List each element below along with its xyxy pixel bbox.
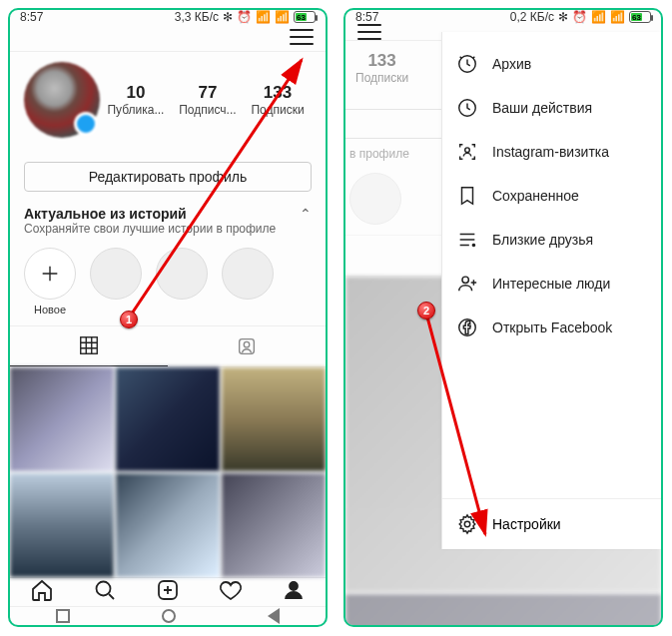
back-button[interactable] xyxy=(268,608,280,624)
menu-nametag[interactable]: Instagram-визитка xyxy=(442,130,661,174)
settings-label: Настройки xyxy=(492,516,561,532)
menu-close-friends[interactable]: Близкие друзья xyxy=(442,218,661,262)
bluetooth-icon: ✻ xyxy=(558,10,568,24)
stat-num: 133 xyxy=(251,83,304,103)
phone-right: 8:57 0,2 КБ/с ✻ ⏰ 📶 📶 63 133 Подписки фи… xyxy=(343,8,663,627)
post-thumb[interactable] xyxy=(10,473,114,577)
svg-rect-0 xyxy=(81,337,98,354)
highlights-row: Новое xyxy=(10,242,326,321)
bottom-nav xyxy=(10,577,326,606)
highlight-placeholder xyxy=(156,248,208,300)
post-thumb[interactable] xyxy=(222,473,326,577)
net-speed: 3,3 КБ/с xyxy=(175,10,219,24)
menu-label: Сохраненное xyxy=(492,188,579,204)
stat-num: 10 xyxy=(107,83,164,103)
post-thumb[interactable] xyxy=(116,367,220,471)
add-story-label: Новое xyxy=(34,304,66,316)
stat-label: Публика... xyxy=(107,103,164,117)
search-icon[interactable] xyxy=(93,578,117,606)
status-bar: 8:57 0,2 КБ/с ✻ ⏰ 📶 📶 63 xyxy=(345,10,661,24)
svg-point-3 xyxy=(96,581,110,595)
menu-label: Интересные люди xyxy=(492,276,610,292)
menu-discover-people[interactable]: Интересные люди xyxy=(442,262,661,306)
menu-archive[interactable]: Архив xyxy=(442,42,661,86)
status-right: 0,2 КБ/с ✻ ⏰ 📶 📶 63 xyxy=(510,10,651,24)
profile-header: 10 Публика... 77 Подписч... 133 Подписки xyxy=(10,52,326,144)
status-right: 3,3 КБ/с ✻ ⏰ 📶 📶 63 xyxy=(175,10,316,24)
net-speed: 0,2 КБ/с xyxy=(510,10,554,24)
wifi-icon: 📶 xyxy=(275,10,290,24)
svg-point-16 xyxy=(462,277,468,283)
posts-grid xyxy=(10,367,326,577)
stat-following-partial: 133 Подписки xyxy=(355,51,408,85)
highlight-placeholder xyxy=(222,248,274,300)
stat-posts[interactable]: 10 Публика... xyxy=(107,83,164,117)
discover-people-icon xyxy=(456,273,478,295)
clock: 8:57 xyxy=(20,10,43,24)
menu-settings[interactable]: Настройки xyxy=(442,498,661,549)
facebook-icon xyxy=(456,317,478,338)
battery-icon: 63 xyxy=(629,11,651,23)
plus-icon xyxy=(24,248,76,300)
svg-point-15 xyxy=(472,244,474,246)
hamburger-icon[interactable] xyxy=(290,29,314,45)
signal-icon: 📶 xyxy=(591,10,606,24)
signal-icon: 📶 xyxy=(256,10,271,24)
profile-icon[interactable] xyxy=(282,578,306,606)
stat-following[interactable]: 133 Подписки xyxy=(251,83,304,117)
post-thumb[interactable] xyxy=(222,367,326,471)
battery-icon: 63 xyxy=(294,11,316,23)
stat-label: Подписки xyxy=(251,103,304,117)
home-icon[interactable] xyxy=(30,578,54,606)
archive-icon xyxy=(456,53,478,75)
grid-tab[interactable] xyxy=(10,326,168,366)
tagged-tab[interactable] xyxy=(168,326,326,366)
bluetooth-icon: ✻ xyxy=(223,10,233,24)
post-thumb[interactable] xyxy=(116,473,220,577)
post-thumb[interactable] xyxy=(10,367,114,471)
svg-point-5 xyxy=(290,582,298,590)
menu-facebook[interactable]: Открыть Facebook xyxy=(442,306,661,349)
bookmark-icon xyxy=(456,185,478,207)
menu-label: Архив xyxy=(492,56,531,72)
menu-label: Открыть Facebook xyxy=(492,319,612,335)
nametag-icon xyxy=(456,141,478,163)
profile-view-tabs xyxy=(10,325,326,367)
phone-left: 8:57 3,3 КБ/с ✻ ⏰ 📶 📶 63 10 Публика... 7… xyxy=(8,8,328,627)
activity-icon xyxy=(456,97,478,119)
wifi-icon: 📶 xyxy=(610,10,625,24)
stats-row: 10 Публика... 77 Подписч... 133 Подписки xyxy=(100,83,312,117)
side-menu: Архив Ваши действия Instagram-визитка Со… xyxy=(441,32,661,549)
recents-button[interactable] xyxy=(56,609,70,623)
stat-num: 77 xyxy=(179,83,236,103)
hamburger-icon[interactable] xyxy=(357,24,381,40)
menu-activity[interactable]: Ваши действия xyxy=(442,86,661,130)
avatar[interactable] xyxy=(24,62,100,138)
chevron-up-icon: ⌃ xyxy=(300,206,312,222)
highlights-header[interactable]: Актуальное из историй ⌃ xyxy=(10,200,326,222)
gear-icon xyxy=(456,513,478,535)
menu-label: Ваши действия xyxy=(492,100,592,116)
home-button[interactable] xyxy=(162,609,176,623)
highlights-sub: Сохраняйте свои лучшие истории в профиле xyxy=(10,222,326,242)
edit-profile-button[interactable]: Редактировать профиль xyxy=(24,162,312,192)
activity-icon[interactable] xyxy=(219,578,243,606)
clock: 8:57 xyxy=(355,10,378,24)
svg-point-14 xyxy=(465,148,470,153)
menu-saved[interactable]: Сохраненное xyxy=(442,174,661,218)
stat-label: Подписч... xyxy=(179,103,236,117)
svg-point-18 xyxy=(464,521,470,527)
highlight-placeholder xyxy=(90,248,142,300)
alarm-icon: ⏰ xyxy=(237,10,252,24)
close-friends-icon xyxy=(456,229,478,251)
svg-point-2 xyxy=(244,341,250,347)
app-topbar xyxy=(10,24,326,52)
alarm-icon: ⏰ xyxy=(572,10,587,24)
menu-list: Архив Ваши действия Instagram-визитка Со… xyxy=(442,32,661,498)
add-story[interactable]: Новое xyxy=(24,248,76,316)
new-post-icon[interactable] xyxy=(156,578,180,606)
menu-label: Близкие друзья xyxy=(492,232,593,248)
stat-followers[interactable]: 77 Подписч... xyxy=(179,83,236,117)
android-nav xyxy=(10,606,326,625)
menu-label: Instagram-визитка xyxy=(492,144,609,160)
